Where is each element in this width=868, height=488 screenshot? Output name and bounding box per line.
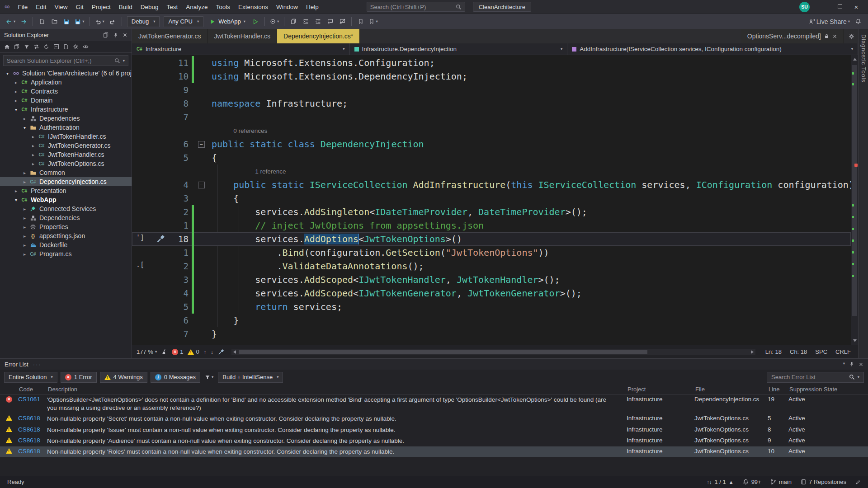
tree-item-contracts[interactable]: ▸C#Contracts [0, 87, 132, 96]
breadcrumb-project-dropdown[interactable]: C#Infrastructure ▾ [132, 43, 350, 55]
tree-item-appsettings.json[interactable]: ▸{}appsettings.json [0, 231, 132, 240]
undo-button[interactable]: ▾ [94, 16, 106, 28]
line-indicator[interactable]: Ln: 18 [765, 348, 782, 355]
column-header-file[interactable]: File [694, 386, 768, 393]
switch-views-icon[interactable] [103, 32, 109, 38]
tree-item-jwttokenhandler.cs[interactable]: ▸C#JwtTokenHandler.cs [0, 150, 132, 159]
tree-item-dependencies[interactable]: ▸Dependencies [0, 114, 132, 123]
solution-configuration-dropdown[interactable]: Debug▾ [127, 16, 160, 27]
tab-options-gear-icon[interactable] [849, 33, 854, 39]
menu-item-edit[interactable]: Edit [32, 2, 50, 12]
quick-actions-screwdriver-icon[interactable] [157, 235, 165, 243]
navigate-forward-button[interactable] [18, 16, 29, 28]
chevron-right-icon[interactable]: ▸ [21, 243, 28, 248]
repositories-button[interactable]: 7 Repositories [801, 479, 846, 485]
notifications-button[interactable]: 99+ [743, 479, 761, 485]
chevron-right-icon[interactable]: ▸ [21, 225, 28, 230]
menu-item-test[interactable]: Test [163, 2, 182, 12]
solution-name-button[interactable]: CleanArchitecture [473, 2, 531, 12]
tree-item-common[interactable]: ▸Common [0, 168, 132, 177]
chevron-down-icon[interactable]: ▾ [12, 107, 20, 112]
close-panel-icon[interactable] [859, 361, 863, 367]
zoom-dropdown[interactable]: 177 %▾ [137, 348, 157, 355]
scroll-right-icon[interactable] [751, 350, 754, 354]
error-list-search-input[interactable]: Search Error List ▾ [767, 372, 864, 383]
column-header-project[interactable]: Project [627, 386, 694, 393]
chevron-right-icon[interactable]: ▸ [29, 134, 37, 139]
menu-item-view[interactable]: View [50, 2, 71, 12]
scroll-down-icon[interactable] [853, 339, 857, 342]
line-ending-indicator[interactable]: CRLF [835, 348, 851, 355]
global-search-input[interactable]: Search (Ctrl+Shift+P) [367, 2, 465, 12]
editor-vertical-scrollbar[interactable] [851, 55, 858, 345]
home-icon[interactable] [4, 44, 10, 50]
outdent-button[interactable] [312, 16, 323, 28]
close-tab-icon[interactable] [832, 34, 837, 39]
error-list-row[interactable]: ×CS1061'OptionsBuilder<JwtTokenOptions>'… [0, 394, 868, 413]
switch-views-icon[interactable] [14, 44, 20, 50]
menu-item-project[interactable]: Project [88, 2, 115, 12]
indent-button[interactable] [300, 16, 311, 28]
editor-tab-preview[interactable]: OptionsServ...decompiled] [741, 29, 844, 43]
tree-item-ijwttokenhandler.cs[interactable]: ▸C#IJwtTokenHandler.cs [0, 132, 132, 141]
scroll-left-icon[interactable] [233, 350, 236, 354]
quick-actions-icon[interactable] [218, 349, 224, 355]
edit-mode-button[interactable] [855, 479, 861, 485]
comment-button[interactable] [325, 16, 335, 28]
tree-item-authentication[interactable]: ▾Authentication [0, 123, 132, 132]
breadcrumb-type-dropdown[interactable]: Infrastructure.DependencyInjection ▾ [350, 43, 568, 55]
chevron-right-icon[interactable]: ▸ [12, 188, 20, 193]
tree-item-connected-services[interactable]: ▸Connected Services [0, 204, 132, 213]
uncomment-button[interactable] [337, 16, 348, 28]
document-health-indicator[interactable]: ×1 0 [172, 348, 199, 355]
code-editor[interactable]: 11using Microsoft.Extensions.Configurati… [132, 55, 851, 345]
chevron-right-icon[interactable]: ▸ [21, 206, 28, 211]
filter-button[interactable]: ▾ [203, 371, 215, 383]
bookmark-button[interactable] [355, 16, 366, 28]
source-dropdown[interactable]: Build + IntelliSense▾ [218, 372, 283, 383]
scrollbar-thumb[interactable] [239, 350, 647, 354]
spaces-indicator[interactable]: SPC [815, 348, 827, 355]
minimize-button[interactable] [816, 0, 832, 14]
refresh-icon[interactable] [43, 44, 49, 50]
tree-item-program.cs[interactable]: ▸C#Program.cs [0, 249, 132, 258]
user-avatar[interactable]: SU [799, 2, 810, 12]
column-header-suppression[interactable]: Suppression State [788, 386, 865, 393]
redo-button[interactable] [107, 16, 118, 28]
errors-toggle[interactable]: ×1 Error [61, 372, 97, 383]
menu-item-build[interactable]: Build [115, 2, 137, 12]
editor-tab[interactable]: JwtTokenHandler.cs [208, 29, 278, 43]
breadcrumb-member-dropdown[interactable]: AddInfrastructure(IServiceCollection ser… [567, 43, 858, 55]
chevron-right-icon[interactable]: ▸ [12, 80, 20, 85]
scope-dropdown[interactable]: Entire Solution▾ [4, 372, 57, 383]
menu-item-file[interactable]: File [14, 2, 32, 12]
scroll-up-icon[interactable] [853, 58, 857, 61]
menu-item-analyze[interactable]: Analyze [182, 2, 212, 12]
chevron-right-icon[interactable]: ▸ [29, 152, 37, 157]
warnings-toggle[interactable]: 4 Warnings [100, 372, 147, 383]
tree-item-jwttokenoptions.cs[interactable]: ▸C#JwtTokenOptions.cs [0, 159, 132, 168]
diagnostic-tools-tab[interactable]: Diagnostic Tools [860, 34, 867, 83]
tree-item-properties[interactable]: ▸Properties [0, 222, 132, 231]
navigate-backward-button[interactable]: ▾ [5, 16, 17, 28]
bookmark-list-button[interactable]: ▾ [368, 16, 379, 28]
chevron-right-icon[interactable]: ▸ [12, 98, 20, 103]
pending-changes-filter-icon[interactable] [24, 44, 29, 50]
properties-icon[interactable] [73, 44, 79, 50]
tree-item-dependencyinjection.cs[interactable]: ▸C#DependencyInjection.cs [0, 177, 132, 186]
tree-item-solution-cleanarchitecture-6-of-6-projects-[interactable]: ▾Solution 'CleanArchitecture' (6 of 6 pr… [0, 69, 132, 78]
chevron-right-icon[interactable]: ▸ [29, 161, 37, 166]
column-indicator[interactable]: Ch: 18 [790, 348, 807, 355]
chevron-down-icon[interactable]: ▾ [4, 71, 11, 76]
column-header-code[interactable]: Code [18, 386, 47, 393]
attach-button[interactable]: ▾ [269, 16, 280, 28]
chevron-right-icon[interactable]: ▸ [29, 143, 37, 148]
chevron-down-icon[interactable]: ▾ [12, 197, 20, 202]
new-file-button[interactable] [37, 16, 47, 28]
error-list-row[interactable]: CS8618Non-nullable property 'Audience' m… [0, 436, 868, 446]
column-header-description[interactable]: Description [47, 386, 627, 393]
chevron-right-icon[interactable]: ▸ [21, 216, 28, 221]
tree-item-webapp[interactable]: ▾C#WebApp [0, 195, 132, 204]
tree-item-jwttokengenerator.cs[interactable]: ▸C#JwtTokenGenerator.cs [0, 141, 132, 150]
editor-tab[interactable]: JwtTokenGenerator.cs [132, 29, 208, 43]
